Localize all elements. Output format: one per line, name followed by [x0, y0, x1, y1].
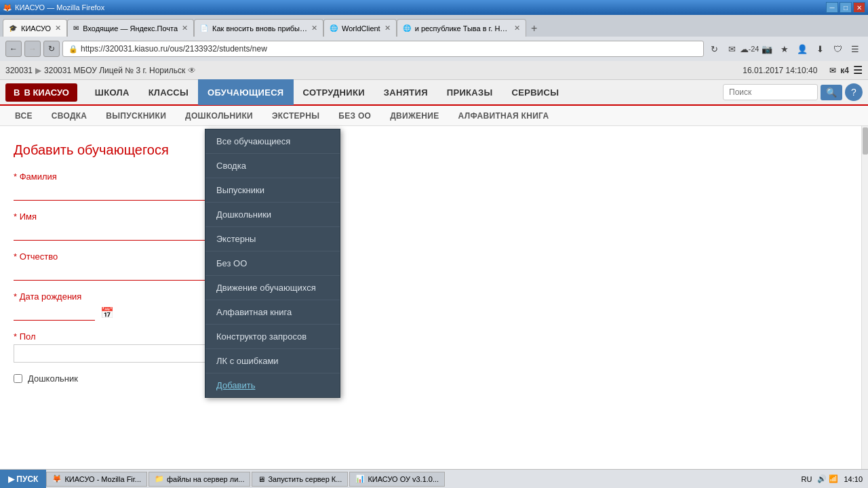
breadcrumb-school: 320031 МБОУ Лицей № 3 г. Норильск 👁: [44, 66, 196, 75]
title-bar-icon: 🦊: [3, 3, 12, 12]
user-icon[interactable]: 👤: [795, 41, 810, 56]
tab-close-rep[interactable]: ✕: [514, 24, 520, 33]
tab-kiasuo[interactable]: 🎓 КИАСУО ✕: [3, 19, 67, 37]
subnav-bez-oo[interactable]: БЕЗ ОО: [329, 107, 380, 125]
tab-close-mail[interactable]: ✕: [182, 24, 188, 33]
tab-close-doc[interactable]: ✕: [311, 24, 317, 33]
subnav-eksterni[interactable]: ЭКСТЕРНЫ: [262, 107, 329, 125]
tab-wc[interactable]: 🌐 WorldClient ✕: [323, 19, 397, 37]
tab-icon-doc: 📄: [200, 24, 208, 32]
nav-zanyatiya[interactable]: ЗАНЯТИЯ: [374, 79, 437, 105]
url-text: https://320031.kiasuo.ru/ous/2133932/stu…: [81, 44, 267, 54]
dropdown-item-vse[interactable]: Все обучающиеся: [205, 129, 340, 154]
tab-title-wc: WorldClient: [342, 24, 380, 33]
start-button[interactable]: ▶ ПУСК: [0, 470, 46, 488]
envelope-icon[interactable]: ✉: [829, 66, 836, 75]
dropdown-item-lk-errors[interactable]: ЛК с ошибками: [205, 349, 340, 373]
new-tab-button[interactable]: +: [526, 20, 542, 37]
nav-prikazy[interactable]: ПРИКАЗЫ: [437, 79, 502, 105]
kiasuo-icon: 📊: [355, 474, 365, 483]
maximize-button[interactable]: □: [840, 2, 852, 13]
nav-klassy[interactable]: КЛАССЫ: [139, 79, 198, 105]
label-preschool: Дошкольник: [28, 373, 78, 384]
download-icon[interactable]: ⬇: [812, 41, 827, 56]
subnav-alfavit[interactable]: АЛФАВИТНАЯ КНИГА: [449, 107, 559, 125]
refresh-button[interactable]: ↻: [43, 41, 60, 57]
dropdown-item-eksterni[interactable]: Экстерны: [205, 227, 340, 251]
close-button[interactable]: ✕: [853, 2, 865, 13]
nav-servisy[interactable]: СЕРВИСЫ: [502, 79, 569, 105]
taskbar-firefox[interactable]: 🦊 КИАСУО - Mozilla Fir...: [46, 472, 147, 487]
shield-icon[interactable]: 🛡: [830, 41, 845, 56]
taskbar-items: 🦊 КИАСУО - Mozilla Fir... 📁 файлы на сер…: [46, 472, 445, 487]
taskbar-firefox-label: КИАСУО - Mozilla Fir...: [64, 475, 141, 483]
checkbox-preschool[interactable]: [14, 374, 22, 383]
subnav-vypuskniki[interactable]: ВЫПУСКНИКИ: [96, 107, 176, 125]
weather-icon: ☁ -24: [742, 41, 757, 56]
page-content: Добавить обучающегося * Фамилия * Имя * …: [0, 126, 868, 469]
dropdown-item-add[interactable]: Добавить: [205, 373, 340, 397]
url-bar[interactable]: 🔒 https://320031.kiasuo.ru/ous/2133932/s…: [62, 41, 704, 57]
back-button[interactable]: ←: [5, 41, 22, 57]
browser-chrome: 🎓 КИАСУО ✕ ✉ Входящие — Яндекс.Почта ✕ 📄…: [0, 15, 868, 61]
nav-shkola[interactable]: ШКОЛА: [85, 79, 139, 105]
tab-title-mail: Входящие — Яндекс.Почта: [83, 24, 178, 33]
bookmark-star-icon[interactable]: ★: [777, 41, 792, 56]
taskbar-files-label: файлы на сервер ли...: [167, 475, 244, 483]
calendar-button[interactable]: 📅: [100, 306, 114, 319]
subnav-doshkolniki[interactable]: ДОШКОЛЬНИКИ: [176, 107, 262, 125]
tab-title-doc: Как вносить вновь прибыв...: [212, 24, 307, 33]
main-nav: В В КИАСУО ШКОЛА КЛАССЫ ОБУЧАЮЩИЕСЯ СОТР…: [0, 80, 868, 106]
subnav-dvizhenie[interactable]: ДВИЖЕНИЕ: [380, 107, 448, 125]
nav-obuchayushchiesya[interactable]: ОБУЧАЮЩИЕСЯ: [198, 79, 293, 105]
breadcrumb: 320031 ▶ 320031 МБОУ Лицей № 3 г. Нориль…: [5, 66, 196, 75]
nav-sotrudniki[interactable]: СОТРУДНИКИ: [294, 79, 374, 105]
scrollbar[interactable]: [861, 126, 868, 469]
menu-icon[interactable]: ☰: [848, 41, 863, 56]
tab-title-rep: и республике Тыва в г. Нор...: [415, 24, 510, 33]
search-button[interactable]: 🔍: [821, 85, 842, 100]
taskbar-kiasuo-label: КИАСУО ОУ v3.1.0...: [368, 475, 439, 483]
firefox-icon: 🦊: [52, 474, 62, 483]
subnav-svodka[interactable]: СВОДКА: [42, 107, 97, 125]
title-bar-title: КИАСУО — Mozilla Firefox: [15, 3, 104, 12]
tab-bar: 🎓 КИАСУО ✕ ✉ Входящие — Яндекс.Почта ✕ 📄…: [0, 15, 868, 37]
refresh-icon[interactable]: ↻: [707, 41, 722, 56]
dropdown-item-dvizhenie[interactable]: Движение обучающихся: [205, 276, 340, 300]
input-birthdate[interactable]: [14, 304, 95, 321]
logo-icon: В: [14, 87, 20, 98]
sub-nav: ВСЕ СВОДКА ВЫПУСКНИКИ ДОШКОЛЬНИКИ ЭКСТЕР…: [0, 106, 868, 126]
forward-button[interactable]: →: [24, 41, 41, 57]
dropdown-item-alfavit[interactable]: Алфавитная книга: [205, 300, 340, 325]
screenshot-icon[interactable]: 📷: [760, 41, 774, 56]
tab-title-kiasuo: КИАСУО: [21, 24, 51, 33]
tab-close-kiasuo[interactable]: ✕: [55, 24, 61, 33]
lock-icon: 🔒: [68, 45, 78, 54]
server-icon: 🖥: [258, 475, 265, 483]
hamburger-icon[interactable]: ☰: [853, 64, 863, 77]
dropdown-item-vypuskniki[interactable]: Выпускники: [205, 178, 340, 203]
files-icon: 📁: [155, 474, 164, 483]
user-display: к4: [840, 66, 849, 75]
title-bar: 🦊 КИАСУО — Mozilla Firefox ─ □ ✕: [0, 0, 868, 15]
search-input[interactable]: [723, 84, 818, 100]
tab-close-wc[interactable]: ✕: [384, 24, 391, 33]
dropdown-item-svodka[interactable]: Сводка: [205, 154, 340, 178]
info-bar: 320031 ▶ 320031 МБОУ Лицей № 3 г. Нориль…: [0, 61, 868, 80]
tab-doc[interactable]: 📄 Как вносить вновь прибыв... ✕: [194, 19, 323, 37]
tab-mail[interactable]: ✉ Входящие — Яндекс.Почта ✕: [67, 19, 194, 37]
minimize-button[interactable]: ─: [826, 2, 838, 13]
tab-icon-kiasuo: 🎓: [9, 24, 17, 32]
taskbar-kiasuo[interactable]: 📊 КИАСУО ОУ v3.1.0...: [349, 472, 445, 487]
taskbar-server[interactable]: 🖥 Запустить сервер К...: [252, 472, 348, 487]
dropdown-item-konstruktor[interactable]: Конструктор запросов: [205, 325, 340, 349]
dropdown-item-bez-oo[interactable]: Без ОО: [205, 251, 340, 276]
nav-logo[interactable]: В В КИАСУО: [5, 83, 77, 102]
scrollbar-thumb[interactable]: [863, 127, 868, 155]
dropdown-item-doshkolniki[interactable]: Дошкольники: [205, 203, 340, 227]
help-button[interactable]: ?: [845, 83, 863, 101]
subnav-vse[interactable]: ВСЕ: [5, 107, 42, 125]
taskbar-files[interactable]: 📁 файлы на сервер ли...: [149, 472, 250, 487]
mail-icon[interactable]: ✉: [724, 41, 739, 56]
tab-rep[interactable]: 🌐 и республике Тыва в г. Нор... ✕: [397, 19, 526, 37]
